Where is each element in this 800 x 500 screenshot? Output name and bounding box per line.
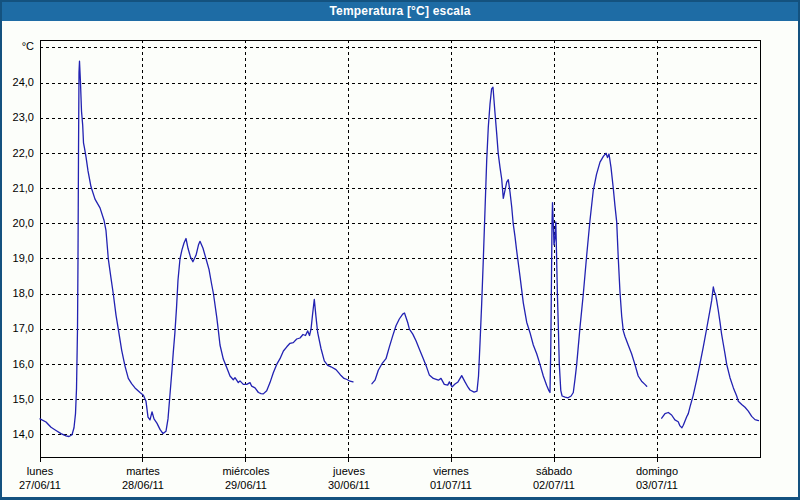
x-axis-day-label: sábado 02/07/11 [503, 464, 605, 492]
y-axis-tick-label: 21,0 [0, 182, 34, 194]
date-label: 27/06/11 [0, 478, 91, 492]
weekday-label: martes [92, 464, 194, 478]
date-label: 28/06/11 [92, 478, 194, 492]
weekday-label: lunes [0, 464, 91, 478]
x-axis-day-label: domingo 03/07/11 [606, 464, 708, 492]
date-label: 03/07/11 [606, 478, 708, 492]
y-axis-tick-label: 19,0 [0, 252, 34, 264]
y-axis-tick-label: 15,0 [0, 393, 34, 405]
axis-frame [40, 40, 760, 457]
plot-svg [0, 0, 800, 500]
weekday-label: domingo [606, 464, 708, 478]
x-axis-day-label: martes 28/06/11 [92, 464, 194, 492]
x-axis-day-label: lunes 27/06/11 [0, 464, 91, 492]
y-axis-tick-label: 16,0 [0, 358, 34, 370]
date-label: 29/06/11 [195, 478, 297, 492]
x-axis-day-label: viernes 01/07/11 [400, 464, 502, 492]
y-axis-tick-label: 24,0 [0, 76, 34, 88]
temperature-line [662, 287, 759, 428]
title-bar: Temperatura [°C] escala [0, 0, 800, 21]
weekday-label: miércoles [195, 464, 297, 478]
date-label: 30/06/11 [298, 478, 400, 492]
y-axis-tick-label: 18,0 [0, 287, 34, 299]
y-axis-tick-label: 17,0 [0, 322, 34, 334]
temperature-line [40, 61, 353, 436]
x-axis-day-label: miércoles 29/06/11 [195, 464, 297, 492]
chart-window: Temperatura [°C] escala °C 24,0 23,0 22,… [0, 0, 800, 500]
window-title: Temperatura [°C] escala [329, 4, 470, 18]
y-axis-tick-label: 22,0 [0, 147, 34, 159]
weekday-label: jueves [298, 464, 400, 478]
y-axis-tick-label: 14,0 [0, 428, 34, 440]
x-axis-day-label: jueves 30/06/11 [298, 464, 400, 492]
date-label: 01/07/11 [400, 478, 502, 492]
temperature-line [372, 87, 647, 398]
weekday-label: viernes [400, 464, 502, 478]
y-axis-tick-label: 23,0 [0, 111, 34, 123]
y-axis-tick-label: 20,0 [0, 217, 34, 229]
y-axis-unit-label: °C [0, 40, 34, 52]
date-label: 02/07/11 [503, 478, 605, 492]
weekday-label: sábado [503, 464, 605, 478]
